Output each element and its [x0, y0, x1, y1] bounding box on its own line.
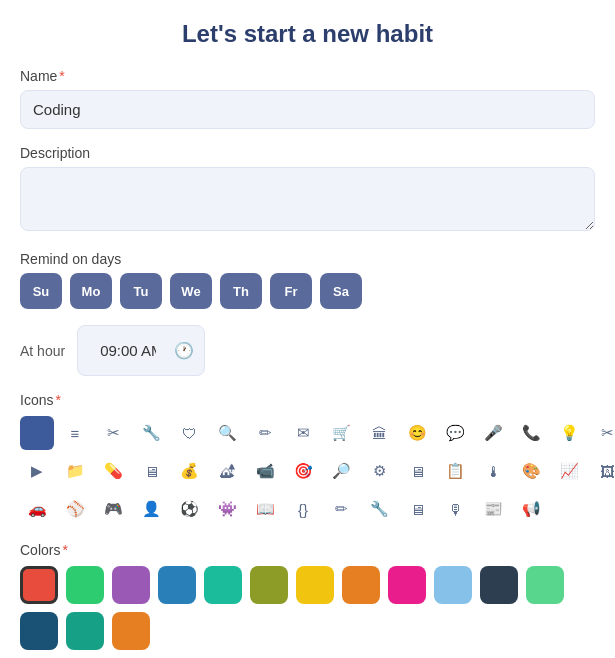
color-swatch-10[interactable]: [480, 566, 518, 604]
icon-cell-19[interactable]: 🖥: [134, 454, 168, 488]
icon-cell-18[interactable]: 💊: [96, 454, 130, 488]
day-button-sa[interactable]: Sa: [320, 273, 362, 309]
icon-cell-23[interactable]: 🎯: [286, 454, 320, 488]
color-swatch-13[interactable]: [66, 612, 104, 650]
icon-cell-2[interactable]: ✂: [96, 416, 130, 450]
icon-cell-42[interactable]: 🖥: [400, 492, 434, 526]
icon-cell-32[interactable]: 🚗: [20, 492, 54, 526]
icon-cell-29[interactable]: 🎨: [514, 454, 548, 488]
icon-cell-13[interactable]: 📞: [514, 416, 548, 450]
icon-cell-40[interactable]: ✏: [324, 492, 358, 526]
name-section: Name*: [20, 68, 595, 129]
icon-cell-20[interactable]: 💰: [172, 454, 206, 488]
icon-cell-28[interactable]: 🌡: [476, 454, 510, 488]
icon-cell-35[interactable]: 👤: [134, 492, 168, 526]
icon-cell-8[interactable]: 🛒: [324, 416, 358, 450]
days-row: SuMoTuWeThFrSa: [20, 273, 595, 309]
icons-section: Icons* ≡✂🔧🛡🔍✏✉🛒🏛😊💬🎤📞💡✂▶📁💊🖥💰🏕📹🎯🔎⚙🖥📋🌡🎨📈🖼🚗⚾…: [20, 392, 595, 526]
icon-cell-43[interactable]: 🎙: [438, 492, 472, 526]
icon-cell-5[interactable]: 🔍: [210, 416, 244, 450]
colors-row: [20, 566, 595, 650]
icon-cell-25[interactable]: ⚙: [362, 454, 396, 488]
day-button-th[interactable]: Th: [220, 273, 262, 309]
icon-cell-7[interactable]: ✉: [286, 416, 320, 450]
day-button-fr[interactable]: Fr: [270, 273, 312, 309]
icon-cell-9[interactable]: 🏛: [362, 416, 396, 450]
day-button-we[interactable]: We: [170, 273, 212, 309]
color-swatch-0[interactable]: [20, 566, 58, 604]
icon-cell-17[interactable]: 📁: [58, 454, 92, 488]
icon-cell-33[interactable]: ⚾: [58, 492, 92, 526]
name-label: Name*: [20, 68, 595, 84]
description-label: Description: [20, 145, 595, 161]
icon-cell-11[interactable]: 💬: [438, 416, 472, 450]
color-swatch-4[interactable]: [204, 566, 242, 604]
icon-cell-26[interactable]: 🖥: [400, 454, 434, 488]
icon-cell-39[interactable]: {}: [286, 492, 320, 526]
clock-icon: 🕐: [174, 341, 194, 360]
icon-cell-6[interactable]: ✏: [248, 416, 282, 450]
icon-cell-21[interactable]: 🏕: [210, 454, 244, 488]
color-swatch-7[interactable]: [342, 566, 380, 604]
day-button-mo[interactable]: Mo: [70, 273, 112, 309]
description-section: Description: [20, 145, 595, 235]
icon-cell-24[interactable]: 🔎: [324, 454, 358, 488]
icon-cell-45[interactable]: 📢: [514, 492, 548, 526]
time-row: At hour 🕐: [20, 325, 595, 376]
color-swatch-3[interactable]: [158, 566, 196, 604]
icon-cell-15[interactable]: ✂: [590, 416, 615, 450]
icons-grid: ≡✂🔧🛡🔍✏✉🛒🏛😊💬🎤📞💡✂▶📁💊🖥💰🏕📹🎯🔎⚙🖥📋🌡🎨📈🖼🚗⚾🎮👤⚽👾📖{}…: [20, 416, 595, 526]
icon-cell-34[interactable]: 🎮: [96, 492, 130, 526]
color-swatch-12[interactable]: [20, 612, 58, 650]
color-swatch-6[interactable]: [296, 566, 334, 604]
time-input[interactable]: [88, 332, 168, 369]
icon-cell-4[interactable]: 🛡: [172, 416, 206, 450]
icon-cell-44[interactable]: 📰: [476, 492, 510, 526]
icon-cell-27[interactable]: 📋: [438, 454, 472, 488]
color-swatch-14[interactable]: [112, 612, 150, 650]
at-hour-label: At hour: [20, 343, 65, 359]
icon-cell-37[interactable]: 👾: [210, 492, 244, 526]
color-swatch-2[interactable]: [112, 566, 150, 604]
name-input[interactable]: [20, 90, 595, 129]
description-input[interactable]: [20, 167, 595, 231]
icon-cell-3[interactable]: 🔧: [134, 416, 168, 450]
icon-cell-12[interactable]: 🎤: [476, 416, 510, 450]
icon-cell-36[interactable]: ⚽: [172, 492, 206, 526]
icon-cell-22[interactable]: 📹: [248, 454, 282, 488]
color-swatch-9[interactable]: [434, 566, 472, 604]
icon-cell-38[interactable]: 📖: [248, 492, 282, 526]
day-button-tu[interactable]: Tu: [120, 273, 162, 309]
icon-cell-30[interactable]: 📈: [552, 454, 586, 488]
icon-cell-31[interactable]: 🖼: [590, 454, 615, 488]
color-swatch-1[interactable]: [66, 566, 104, 604]
icons-label: Icons*: [20, 392, 595, 408]
icon-cell-16[interactable]: ▶: [20, 454, 54, 488]
icon-cell-41[interactable]: 🔧: [362, 492, 396, 526]
page-title: Let's start a new habit: [20, 16, 595, 48]
day-button-su[interactable]: Su: [20, 273, 62, 309]
icon-cell-14[interactable]: 💡: [552, 416, 586, 450]
icon-cell-1[interactable]: ≡: [58, 416, 92, 450]
color-swatch-11[interactable]: [526, 566, 564, 604]
color-swatch-5[interactable]: [250, 566, 288, 604]
colors-section: Colors*: [20, 542, 595, 650]
icon-cell-0[interactable]: [20, 416, 54, 450]
icon-cell-10[interactable]: 😊: [400, 416, 434, 450]
time-input-wrapper: 🕐: [77, 325, 205, 376]
remind-section: Remind on days SuMoTuWeThFrSa: [20, 251, 595, 309]
remind-label: Remind on days: [20, 251, 595, 267]
colors-label: Colors*: [20, 542, 595, 558]
color-swatch-8[interactable]: [388, 566, 426, 604]
